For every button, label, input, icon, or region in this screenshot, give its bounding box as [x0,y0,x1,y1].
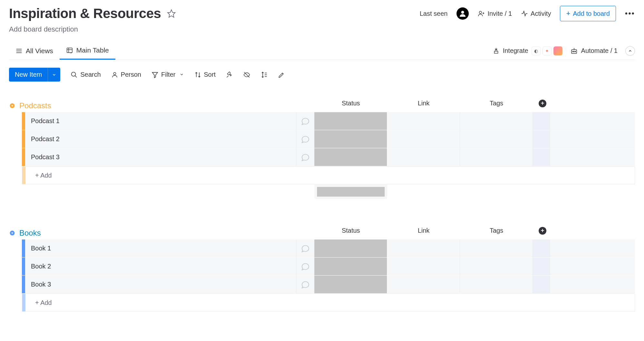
status-cell[interactable] [314,148,387,166]
tags-cell[interactable] [460,258,533,275]
collapse-group-icon[interactable] [9,230,15,236]
chevron-down-icon [178,71,184,78]
row-color-bar [22,276,25,293]
svg-marker-0 [168,10,175,17]
group-title[interactable]: Podcasts [19,101,51,110]
collapse-group-icon[interactable] [9,102,15,109]
avatar[interactable] [457,7,469,20]
search-button[interactable]: Search [71,71,101,78]
chat-icon[interactable] [296,130,314,148]
svg-point-13 [72,72,76,76]
row-color-bar [22,130,25,148]
link-column-header[interactable]: Link [387,96,460,110]
add-to-board-label: Add to board [573,10,610,17]
pin-icon[interactable] [226,71,233,78]
item-name-cell[interactable]: Podcast 1 [25,112,296,130]
chat-icon[interactable] [296,148,314,166]
link-cell[interactable] [387,239,460,257]
item-name-cell[interactable]: Podcast 2 [25,130,296,148]
collapse-header-icon[interactable] [625,46,635,56]
tags-cell[interactable] [460,148,533,166]
invite-button[interactable]: Invite / 1 [478,10,512,17]
tags-cell[interactable] [460,130,533,148]
activity-button[interactable]: Activity [521,10,551,17]
main-table-tab[interactable]: Main Table [60,42,115,60]
status-cell[interactable] [314,112,387,130]
integrate-label: Integrate [503,47,528,54]
new-item-dropdown[interactable] [48,68,60,82]
status-cell[interactable] [314,239,387,257]
item-name-cell[interactable]: Book 2 [25,258,296,275]
all-views-tab[interactable]: All Views [9,43,60,59]
svg-line-14 [75,75,77,77]
link-cell[interactable] [387,258,460,275]
tags-cell[interactable] [460,112,533,130]
filter-label: Filter [161,71,175,78]
link-cell[interactable] [387,148,460,166]
automate-label: Automate / 1 [581,47,618,54]
board-title[interactable]: Inspiration & Resources [9,6,161,21]
row-color-bar [22,148,25,166]
row-color-bar [22,112,25,130]
row-color-bar [22,167,25,184]
table-row[interactable]: Book 3 [22,276,635,294]
chat-icon[interactable] [296,258,314,275]
add-item-button[interactable]: + Add [25,294,635,311]
svg-line-17 [227,75,229,77]
filter-button[interactable]: Filter [151,71,184,78]
hide-icon[interactable] [243,71,250,78]
add-column-button[interactable]: + [533,96,552,110]
add-item-button[interactable]: + Add [25,167,635,184]
link-cell[interactable] [387,276,460,293]
tags-column-header[interactable]: Tags [460,224,533,238]
more-menu-icon[interactable]: ••• [625,9,635,18]
status-cell[interactable] [314,258,387,275]
status-cell[interactable] [314,276,387,293]
link-cell[interactable] [387,112,460,130]
status-cell[interactable] [314,130,387,148]
height-icon[interactable] [261,71,268,78]
svg-rect-6 [67,48,72,53]
last-seen-label: Last seen [420,10,448,17]
tags-cell[interactable] [460,239,533,257]
sort-label: Sort [204,71,216,78]
row-color-bar [22,258,25,275]
svg-point-1 [461,11,464,14]
table-row[interactable]: Podcast 2 [22,130,635,148]
link-column-header[interactable]: Link [387,224,460,238]
link-cell[interactable] [387,130,460,148]
item-name-cell[interactable]: Book 3 [25,276,296,293]
sort-button[interactable]: Sort [194,71,216,78]
star-icon[interactable] [167,9,176,18]
status-summary[interactable] [314,184,387,199]
svg-point-11 [574,51,575,52]
status-column-header[interactable]: Status [314,96,387,110]
group-title[interactable]: Books [19,229,41,238]
svg-point-2 [479,11,482,14]
status-column-header[interactable]: Status [314,224,387,238]
color-icon[interactable] [278,71,285,78]
chat-icon[interactable] [296,239,314,257]
search-label: Search [80,71,101,78]
chat-icon[interactable] [296,112,314,130]
add-to-board-button[interactable]: + Add to board [560,6,616,21]
automate-button[interactable]: Automate / 1 [570,47,618,55]
integrate-button[interactable]: Integrate ◐ ✦ [493,46,562,55]
add-column-button[interactable]: + [533,224,552,238]
tags-column-header[interactable]: Tags [460,96,533,110]
table-row[interactable]: Podcast 1 [22,112,635,130]
integration-app-icons: ◐ ✦ [532,46,562,55]
tags-cell[interactable] [460,276,533,293]
new-item-button[interactable]: New Item [9,68,48,82]
person-filter-button[interactable]: Person [111,71,141,78]
row-color-bar [22,239,25,257]
table-row[interactable]: Book 1 [22,239,635,258]
table-row[interactable]: Podcast 3 [22,148,635,166]
item-name-cell[interactable]: Podcast 3 [25,148,296,166]
board-description[interactable]: Add board description [9,25,635,34]
chat-icon[interactable] [296,276,314,293]
table-row[interactable]: Book 2 [22,258,635,276]
plus-icon: + [566,9,570,18]
row-end [533,276,550,293]
item-name-cell[interactable]: Book 1 [25,239,296,257]
